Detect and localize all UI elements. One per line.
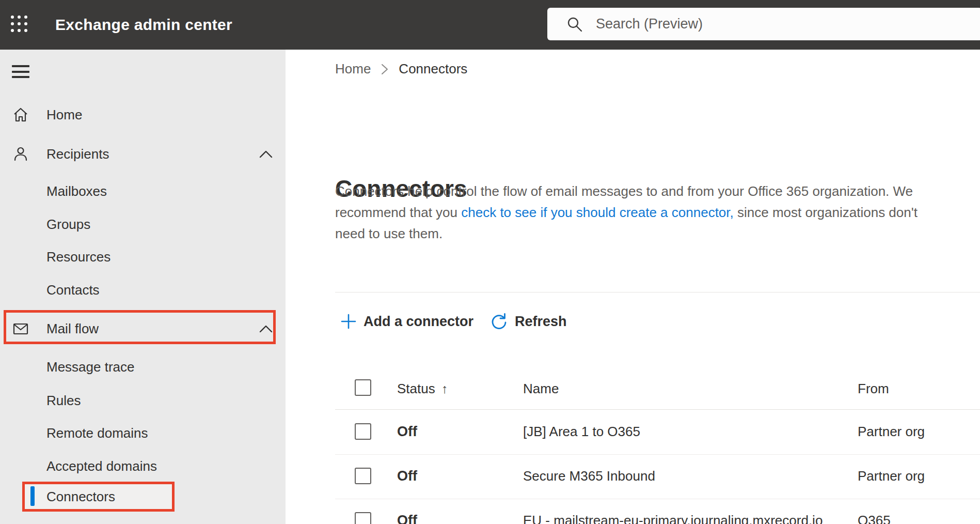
left-navigation: Home Recipients Mailboxes Groups Resourc…	[0, 50, 286, 524]
select-all-checkbox[interactable]	[355, 379, 371, 396]
sort-ascending-icon: ↑	[441, 381, 448, 396]
sidebar-item-resources[interactable]: Resources	[0, 242, 286, 271]
description-text: Connectors help control the flow of emai…	[335, 183, 913, 199]
refresh-label: Refresh	[515, 314, 567, 330]
row-checkbox[interactable]	[355, 512, 371, 524]
app-title: Exchange admin center	[55, 0, 232, 50]
page-description: Connectors help control the flow of emai…	[335, 181, 918, 244]
row-checkbox[interactable]	[355, 423, 371, 440]
chevron-up-icon[interactable]	[259, 150, 273, 158]
sidebar-item-recipients[interactable]: Recipients	[0, 140, 286, 168]
chevron-right-icon	[381, 64, 388, 75]
column-header-status[interactable]: Status ↑	[397, 381, 448, 396]
sidebar-item-label: Recipients	[46, 146, 109, 162]
sidebar-item-label: Home	[46, 107, 82, 123]
person-icon	[12, 145, 29, 163]
plus-icon	[340, 313, 357, 330]
row-divider	[335, 499, 980, 499]
row-name[interactable]: [JB] Area 1 to O365	[523, 424, 640, 439]
sidebar-item-groups[interactable]: Groups	[0, 210, 286, 239]
app-launcher-icon[interactable]	[11, 16, 29, 34]
row-from: Partner org	[858, 424, 925, 439]
row-divider	[335, 454, 980, 455]
sidebar-item-rules[interactable]: Rules	[0, 386, 286, 415]
search-input[interactable]	[595, 16, 925, 33]
row-name[interactable]: Secure M365 Inbound	[523, 468, 655, 484]
sidebar-item-label: Groups	[46, 217, 90, 233]
main-content: Home Connectors Connectors Connectors he…	[286, 50, 980, 524]
breadcrumb: Home Connectors	[335, 60, 467, 77]
breadcrumb-home-link[interactable]: Home	[335, 61, 371, 77]
sidebar-item-label: Message trace	[46, 359, 135, 375]
row-checkbox[interactable]	[355, 468, 371, 484]
sidebar-item-label: Connectors	[46, 489, 115, 505]
sidebar-item-label: Contacts	[46, 282, 100, 298]
row-status: Off	[397, 424, 417, 439]
refresh-icon	[489, 312, 508, 331]
row-from: Partner org	[858, 468, 925, 484]
row-name[interactable]: EU - mailstream-eu-primary.journaling.mx…	[523, 513, 823, 524]
sidebar-item-label: Accepted domains	[46, 458, 157, 474]
add-connector-label: Add a connector	[363, 314, 473, 330]
sidebar-item-message-trace[interactable]: Message trace	[0, 352, 286, 381]
home-icon	[12, 106, 29, 124]
description-text: recommend that you	[335, 205, 461, 220]
search-box[interactable]	[547, 8, 980, 40]
row-status: Off	[397, 513, 417, 524]
sidebar-item-connectors[interactable]: Connectors	[0, 482, 286, 511]
column-header-label: Status	[397, 381, 435, 396]
create-connector-link[interactable]: check to see if you should create a conn…	[461, 205, 734, 220]
sidebar-item-contacts[interactable]: Contacts	[0, 275, 286, 304]
breadcrumb-current[interactable]: Connectors	[399, 61, 467, 77]
header-divider	[335, 409, 980, 410]
hamburger-menu-icon[interactable]	[12, 65, 29, 78]
column-header-name[interactable]: Name	[523, 381, 559, 396]
column-header-from[interactable]: From	[858, 381, 889, 396]
sidebar-item-home[interactable]: Home	[0, 100, 286, 129]
description-text: need to use them.	[335, 226, 442, 241]
selected-item-indicator	[30, 486, 35, 506]
refresh-button[interactable]: Refresh	[489, 310, 567, 333]
toolbar-top-divider	[335, 292, 980, 292]
row-status: Off	[397, 468, 417, 484]
mail-flow-annotation-box	[4, 310, 276, 344]
sidebar-item-label: Remote domains	[46, 425, 148, 441]
sidebar-item-accepted-domains[interactable]: Accepted domains	[0, 452, 286, 481]
sidebar-item-label: Resources	[46, 249, 110, 265]
description-text: since most organizations don't	[734, 205, 918, 220]
search-icon	[566, 16, 583, 33]
sidebar-item-label: Mailboxes	[46, 183, 107, 199]
sidebar-item-remote-domains[interactable]: Remote domains	[0, 419, 286, 448]
top-app-bar: Exchange admin center	[0, 0, 980, 50]
add-connector-button[interactable]: Add a connector	[340, 310, 473, 333]
sidebar-item-label: Rules	[46, 393, 81, 409]
row-from: O365	[858, 513, 891, 524]
sidebar-item-mailboxes[interactable]: Mailboxes	[0, 177, 286, 206]
